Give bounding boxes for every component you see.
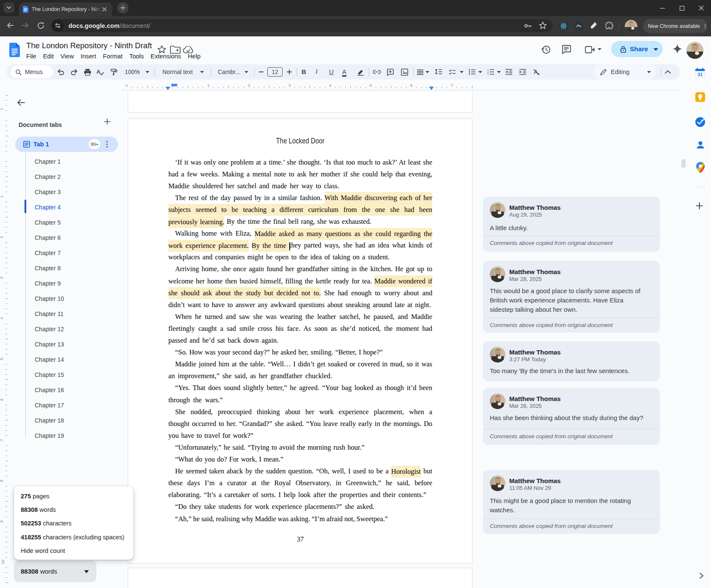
svg-text:31: 31 — [697, 72, 703, 77]
svg-text:3: 3 — [487, 73, 489, 75]
